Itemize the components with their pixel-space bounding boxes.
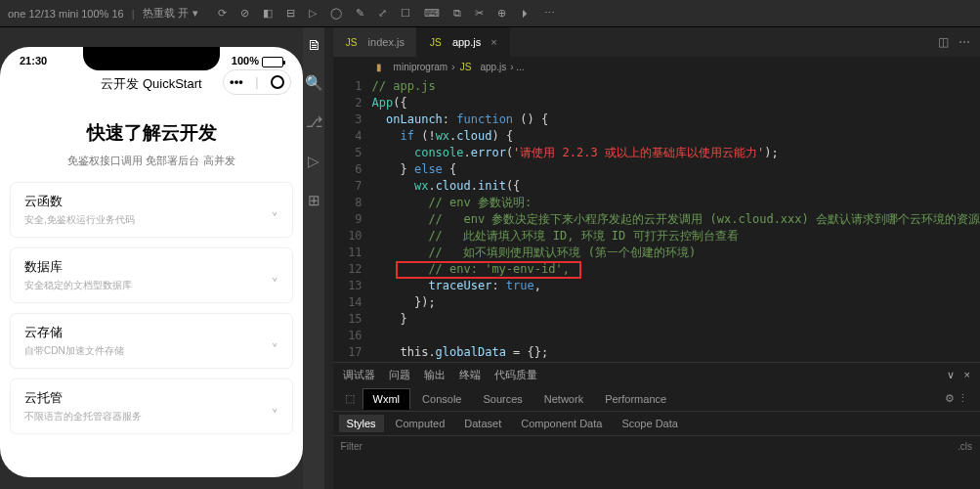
- layout-icon[interactable]: ◧: [263, 7, 273, 20]
- capsule-button[interactable]: ••• |: [223, 69, 291, 95]
- expand-icon[interactable]: ⤢: [378, 7, 387, 20]
- card-storage[interactable]: 云存储自带CDN加速文件存储 ⌄: [10, 313, 293, 369]
- title-bar: one 12/13 mini 100% 16 | 热重载 开 ▾ ⟳ ⊘ ◧ ⊟…: [0, 0, 980, 27]
- edit-icon[interactable]: ✎: [356, 7, 364, 20]
- refresh-icon[interactable]: ⟳: [218, 7, 227, 20]
- folder-icon: ▮: [372, 62, 386, 72]
- inspect-icon[interactable]: ⬚: [339, 388, 361, 409]
- chevron-down-icon: ⌄: [271, 265, 278, 285]
- stop-icon[interactable]: ⊘: [240, 7, 249, 20]
- code-editor[interactable]: 1234567891011121314151617181920 // app.j…: [333, 76, 980, 362]
- copy-icon[interactable]: ⧉: [453, 7, 461, 20]
- cls-toggle[interactable]: .cls: [958, 441, 972, 452]
- run-icon[interactable]: ⏵: [520, 7, 531, 20]
- add-icon[interactable]: ⊕: [497, 7, 506, 20]
- performance-tab[interactable]: Performance: [595, 389, 676, 409]
- open-editors-section[interactable]: ▸打开的编辑器: [324, 112, 333, 218]
- file-index-js[interactable]: JSindex.js: [324, 419, 333, 434]
- box-icon[interactable]: ☐: [401, 7, 410, 20]
- explorer-panel: 资源管理器 ⋯ ▸打开的编辑器 ▾MINIPROGRAM-2 ▸▮cloudfu…: [324, 27, 333, 489]
- folder-item[interactable]: ▸▮selectRecord: [324, 481, 333, 489]
- search-icon[interactable]: 🔍: [303, 72, 324, 94]
- folder-item[interactable]: ▸▮getMiniProgramCode: [324, 372, 333, 387]
- battery-status: 100%: [232, 55, 283, 67]
- divider: |: [132, 8, 135, 20]
- target-icon[interactable]: [271, 75, 284, 89]
- keyboard-icon[interactable]: ⌨: [424, 7, 440, 20]
- component-data-tab[interactable]: Component Data: [513, 415, 610, 432]
- gear-icon[interactable]: ⚙ ⋮: [945, 392, 974, 405]
- file-index-wxss[interactable]: ⬚index.wxss: [324, 466, 333, 481]
- simulator-panel: 21:30 . 100% 云开发 QuickStart ••• | 快速了解云开…: [0, 27, 303, 489]
- hero-title: 快速了解云开发: [29, 120, 274, 146]
- time-label: 21:30: [20, 55, 47, 67]
- console-tab[interactable]: Console: [412, 389, 471, 409]
- folder-images[interactable]: ▸▮images: [324, 309, 333, 325]
- hot-reload-status: 热重载 开: [143, 6, 189, 21]
- tab-app-js[interactable]: JSapp.js×: [417, 27, 510, 57]
- chevron-down-icon: ⌄: [271, 396, 278, 416]
- sources-tab[interactable]: Sources: [473, 389, 532, 409]
- explorer-title: 资源管理器 ⋯: [324, 27, 333, 112]
- problems-tab[interactable]: 问题: [389, 368, 410, 382]
- output-tab[interactable]: 输出: [424, 368, 446, 382]
- card-hosting[interactable]: 云托管不限语言的全托管容器服务 ⌄: [10, 378, 293, 434]
- file-index-json[interactable]: {}index.json: [324, 434, 333, 450]
- tab-index-js[interactable]: JSindex.js: [333, 27, 417, 57]
- card-database[interactable]: 数据库安全稳定的文档型数据库 ⌄: [10, 247, 293, 303]
- network-tab[interactable]: Network: [534, 389, 593, 409]
- more-icon[interactable]: ⋯: [544, 7, 555, 20]
- folder-pages[interactable]: ▾▮pages: [324, 325, 333, 340]
- debugger-panel: 调试器 问题 输出 终端 代码质量 ∨ × ⬚ Wxml Console Sou…: [333, 362, 980, 489]
- cut-icon[interactable]: ✂: [475, 7, 484, 20]
- dataset-tab[interactable]: Dataset: [456, 415, 509, 432]
- battery-icon: [262, 57, 283, 67]
- play-icon[interactable]: ▷: [309, 7, 317, 20]
- hero-subtitle: 免鉴权接口调用 免部署后台 高并发: [29, 154, 274, 168]
- folder-components[interactable]: ▸▮components: [324, 293, 333, 309]
- record-icon[interactable]: ◯: [330, 7, 342, 20]
- js-icon: JS: [459, 62, 473, 72]
- folder-index[interactable]: ▾▮index: [324, 403, 333, 419]
- scope-data-tab[interactable]: Scope Data: [614, 415, 685, 432]
- computed-tab[interactable]: Computed: [388, 415, 453, 432]
- folder-item[interactable]: ▸▮deployService: [324, 356, 333, 372]
- styles-tab[interactable]: Styles: [339, 415, 384, 432]
- split-icon[interactable]: ◫: [938, 35, 949, 49]
- device-info: one 12/13 mini 100% 16: [8, 8, 124, 20]
- clear-icon[interactable]: ⊟: [286, 7, 295, 20]
- more-icon[interactable]: ⋯: [959, 35, 970, 49]
- editor-tabs: JSindex.js JSapp.js× ◫ ⋯: [333, 27, 980, 57]
- page-title: 云开发 QuickStart: [101, 75, 201, 93]
- chevron-down-icon: ⌄: [271, 200, 278, 219]
- debugger-title[interactable]: 调试器: [343, 368, 375, 382]
- project-root[interactable]: ▾MINIPROGRAM-2: [324, 218, 333, 259]
- collapse-icon[interactable]: ∨: [947, 369, 955, 381]
- wxml-tab[interactable]: Wxml: [362, 388, 411, 410]
- explorer-icon[interactable]: 🗎: [303, 33, 324, 55]
- menu-dots-icon[interactable]: •••: [230, 74, 243, 89]
- breadcrumb[interactable]: ▮ miniprogram › JS app.js › ...: [333, 57, 980, 76]
- chevron-down-icon: ⌄: [271, 331, 278, 350]
- editor-area: JSindex.js JSapp.js× ◫ ⋯ ▮ miniprogram ›…: [333, 27, 980, 489]
- quality-tab[interactable]: 代码质量: [494, 368, 537, 382]
- folder-miniprogram[interactable]: ▾▮miniprogram: [324, 278, 333, 293]
- activity-bar: 🗎 🔍 ⎇ ▷ ⊞: [303, 27, 324, 489]
- line-numbers: 1234567891011121314151617181920: [333, 76, 372, 362]
- folder-cloudfunctions[interactable]: ▸▮cloudfunctions | 当前...: [324, 259, 333, 278]
- folder-item[interactable]: ▸▮getOpenId: [324, 387, 333, 403]
- extensions-icon[interactable]: ⊞: [303, 190, 324, 211]
- folder-item[interactable]: ▸▮createCollection: [324, 340, 333, 356]
- phone-frame: 21:30 . 100% 云开发 QuickStart ••• | 快速了解云开…: [0, 47, 303, 477]
- terminal-tab[interactable]: 终端: [459, 368, 481, 382]
- chevron-down-icon[interactable]: ▾: [192, 7, 198, 20]
- file-index-wxml[interactable]: ⬚index.wxml: [324, 450, 333, 466]
- card-cloud-function[interactable]: 云函数安全,免鉴权运行业务代码 ⌄: [10, 182, 293, 238]
- git-icon[interactable]: ⎇: [303, 111, 324, 133]
- close-icon[interactable]: ×: [490, 36, 496, 48]
- debug-icon[interactable]: ▷: [303, 151, 324, 172]
- close-icon[interactable]: ×: [964, 369, 970, 381]
- notch: [83, 47, 220, 70]
- toolbar-actions: ⟳ ⊘ ◧ ⊟ ▷ ◯ ✎ ⤢ ☐ ⌨ ⧉ ✂ ⊕ ⏵ ⋯: [218, 7, 555, 20]
- filter-label[interactable]: Filter: [341, 441, 362, 452]
